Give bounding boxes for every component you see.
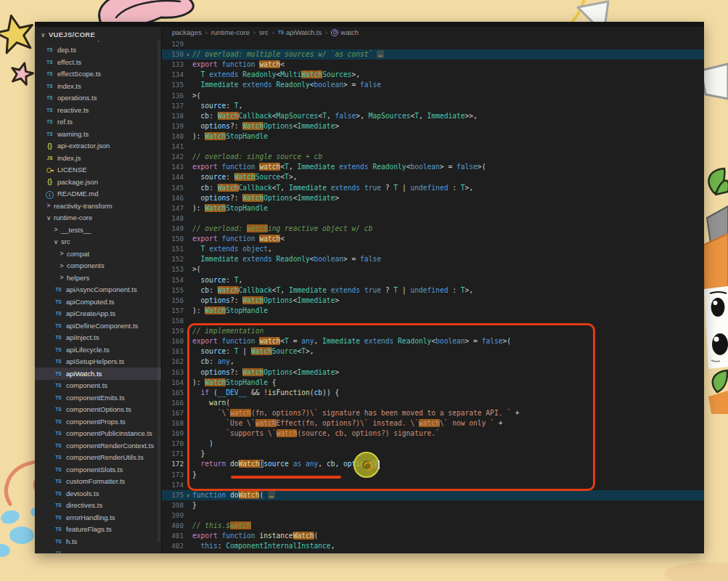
file-item[interactable]: TScustomFormatter.ts: [35, 476, 161, 488]
file-item[interactable]: TScomponentPublicInstance.ts: [35, 428, 161, 440]
line-number[interactable]: 170: [162, 439, 184, 449]
line-number[interactable]: 166: [162, 398, 184, 408]
folder-item[interactable]: >helpers: [35, 272, 161, 284]
file-item[interactable]: iREADME.md: [35, 188, 161, 200]
file-item[interactable]: TSwarning.ts: [35, 128, 161, 140]
file-item[interactable]: TSeffectScope.ts: [35, 68, 161, 81]
code-line[interactable]: 144 source: WatchSource<T>,: [162, 172, 704, 182]
fold-chevron-icon[interactable]: ›: [184, 49, 192, 60]
line-number[interactable]: 147: [162, 203, 184, 214]
line-number[interactable]: 165: [162, 388, 184, 398]
file-item[interactable]: TSapiLifecycle.ts: [35, 344, 161, 356]
file-item[interactable]: TScomponentSlots.ts: [35, 463, 161, 476]
line-number[interactable]: 163: [162, 367, 184, 378]
code-line[interactable]: 170 ): [162, 439, 704, 449]
file-item[interactable]: TSapiWatch.ts: [35, 367, 161, 380]
file-item[interactable]: TScomponent.ts: [35, 380, 161, 392]
line-number[interactable]: 140: [162, 131, 184, 142]
file-item[interactable]: LICENSE: [35, 164, 161, 176]
breadcrumb-item[interactable]: runtime-core: [211, 28, 250, 36]
line-number[interactable]: 155: [162, 285, 184, 296]
file-item[interactable]: {}package.json: [35, 176, 161, 188]
folder-item[interactable]: >compat: [35, 248, 161, 260]
line-number[interactable]: 139: [162, 121, 184, 131]
line-number[interactable]: 130: [162, 49, 184, 60]
code-line[interactable]: 174: [162, 480, 704, 490]
code-line[interactable]: 134 T extends Readonly<MultiWatchSources…: [162, 70, 704, 80]
file-item[interactable]: TSreactive.ts: [35, 104, 161, 116]
code-line[interactable]: 398}: [162, 500, 704, 511]
file-item[interactable]: TScomponentProps.ts: [35, 415, 161, 428]
code-line[interactable]: 138 cb: WatchCallback<MapSources<T, fals…: [162, 111, 704, 121]
code-line[interactable]: 130›// overload: multiple sources w/ `as…: [162, 49, 704, 60]
folder-item[interactable]: >__tests__: [35, 224, 161, 236]
file-item[interactable]: {}api-extractor.json: [35, 140, 161, 153]
code-line[interactable]: 402 this: ComponentInternalInstance,: [162, 541, 704, 551]
folder-item[interactable]: >reactivity-transform: [35, 200, 161, 212]
file-item[interactable]: TSeffect.ts: [35, 56, 161, 68]
file-item[interactable]: TSapiSetupHelpers.ts: [35, 356, 161, 368]
line-number[interactable]: 401: [162, 531, 184, 541]
file-item[interactable]: TSapiCreateApp.ts: [35, 308, 161, 320]
file-item[interactable]: TSapiComputed.ts: [35, 296, 161, 308]
line-number[interactable]: 400: [162, 521, 184, 531]
code-line[interactable]: 399: [162, 511, 704, 521]
line-number[interactable]: 161: [162, 346, 184, 357]
file-item[interactable]: JSindex.js: [35, 152, 161, 164]
code-line[interactable]: 143export function watch<T, Immediate ex…: [162, 162, 704, 172]
code-line[interactable]: 147): WatchStopHandle: [162, 203, 704, 214]
code-line[interactable]: 151 T extends object,: [162, 244, 704, 254]
file-item[interactable]: TSerrorHandling.ts: [35, 511, 161, 524]
code-line[interactable]: 171 }: [162, 449, 704, 459]
breadcrumb-item[interactable]: packages: [172, 28, 202, 36]
line-number[interactable]: 164: [162, 378, 184, 388]
code-line[interactable]: 142// overload: single source + cb: [162, 152, 704, 162]
line-number[interactable]: 168: [162, 418, 184, 428]
line-number[interactable]: 141: [162, 142, 184, 152]
file-item[interactable]: TScomponentOptions.ts: [35, 404, 161, 416]
line-number[interactable]: 133: [162, 60, 184, 70]
line-number[interactable]: 172: [162, 459, 184, 469]
file-item[interactable]: TSdirectives.ts: [35, 500, 161, 512]
line-number[interactable]: 162: [162, 357, 184, 367]
code-line[interactable]: 158: [162, 316, 704, 326]
code-line[interactable]: 163 options?: WatchOptions<Immediate>: [162, 367, 704, 378]
line-number[interactable]: 167: [162, 408, 184, 418]
line-number[interactable]: 157: [162, 306, 184, 316]
line-number[interactable]: 158: [162, 316, 184, 326]
line-number[interactable]: 159: [162, 326, 184, 336]
code-line[interactable]: 159// implementation: [162, 326, 704, 336]
line-number[interactable]: 399: [162, 511, 184, 521]
code-editor[interactable]: packages›runtime-core›src›TSapiWatch.ts›…: [162, 22, 704, 553]
line-number[interactable]: 149: [162, 224, 184, 234]
sidebar-scrollbar[interactable]: [158, 41, 160, 542]
line-number[interactable]: 160: [162, 336, 184, 346]
file-item[interactable]: TSdevtools.ts: [35, 487, 161, 500]
line-number[interactable]: 146: [162, 193, 184, 203]
code-line[interactable]: 136>(: [162, 91, 704, 101]
line-number[interactable]: 153: [162, 264, 184, 275]
code-line[interactable]: 162 cb: any,: [162, 357, 704, 367]
code-line[interactable]: 139 options?: WatchOptions<Immediate>: [162, 121, 704, 131]
code-line[interactable]: 153>(: [162, 264, 704, 275]
code-line[interactable]: 135 Immediate extends Readonly<boolean> …: [162, 80, 704, 90]
line-number[interactable]: 136: [162, 91, 184, 101]
code-line[interactable]: 175›function doWatch( …: [162, 490, 704, 500]
code-line[interactable]: 160export function watch<T = any, Immedi…: [162, 336, 704, 346]
code-line[interactable]: 137 source: T,: [162, 101, 704, 111]
code-line[interactable]: 167 `\`watch(fn, options?)\` signature h…: [162, 408, 704, 418]
line-number[interactable]: 151: [162, 244, 184, 254]
code-line[interactable]: 149// overload: watching reactive object…: [162, 224, 704, 234]
line-number[interactable]: 134: [162, 70, 184, 80]
line-number[interactable]: 152: [162, 254, 184, 264]
file-item[interactable]: TScomponentRenderUtils.ts: [35, 452, 161, 464]
line-number[interactable]: 143: [162, 162, 184, 172]
code-line[interactable]: 156 options?: WatchOptions<Immediate>: [162, 296, 704, 306]
code-line[interactable]: 154 source: T,: [162, 275, 704, 285]
code-line[interactable]: 129: [162, 39, 704, 49]
line-number[interactable]: 156: [162, 296, 184, 306]
code-line[interactable]: 400// this.$watch: [162, 521, 704, 531]
code-line[interactable]: 401export function instanceWatch(: [162, 531, 704, 541]
code-line[interactable]: 166 warn(: [162, 398, 704, 408]
code-line[interactable]: 161 source: T | WatchSource<T>,: [162, 346, 704, 357]
